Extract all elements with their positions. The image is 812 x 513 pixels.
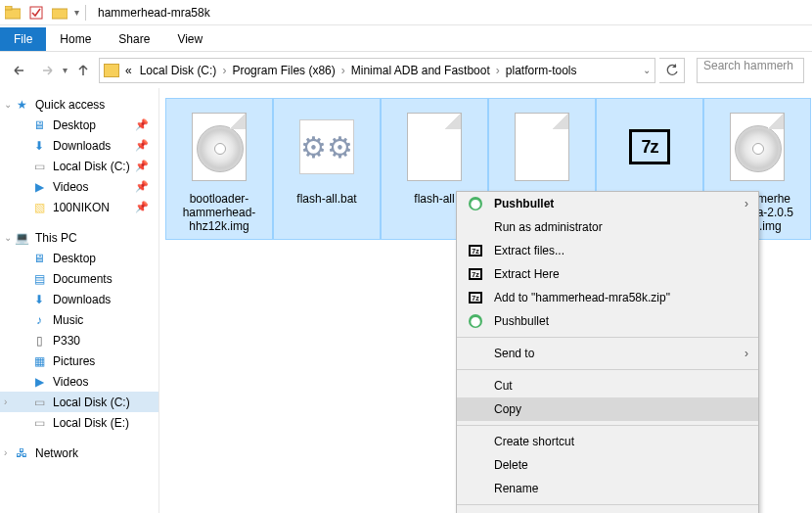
chevron-right-icon[interactable]: › [4,447,7,458]
refresh-button[interactable] [659,58,685,83]
music-icon: ♪ [31,312,47,328]
menu-extract-files[interactable]: 7z Extract files... [457,239,758,262]
menu-add-to[interactable]: 7z Add to "hammerhead-mra58k.zip" [457,286,758,309]
chevron-right-icon[interactable]: › [220,64,228,77]
menu-separator [457,369,758,370]
sidebar-item-desktop[interactable]: 🖥Desktop📌 [0,115,158,135]
menu-copy[interactable]: Copy [457,397,758,421]
menu-run-admin[interactable]: Run as administrator [457,215,758,239]
sidebar-network[interactable]: › 🖧 Network [0,443,158,463]
folder-icon: ▧ [31,200,47,215]
window-title: hammerhead-mra58k [98,6,210,20]
sidebar-item-pictures[interactable]: ▦Pictures [0,350,158,371]
sidebar-item-local-c2[interactable]: ›▭Local Disk (C:) [0,392,158,412]
chevron-right-icon[interactable]: › [4,396,7,407]
chevron-down-icon[interactable]: ⌄ [4,99,12,110]
sidebar-item-videos[interactable]: ▶Videos📌 [0,176,158,197]
svg-rect-1 [5,6,12,10]
navigation-bar: ▾ « Local Disk (C:) › Program Files (x86… [0,51,812,88]
star-icon: ★ [14,97,29,113]
desktop-icon: 🖥 [31,251,47,266]
file-item[interactable]: ⚙⚙ flash-all.bat [273,98,381,240]
breadcrumb-dropdown-icon[interactable]: ⌄ [643,65,651,75]
tab-file[interactable]: File [0,27,46,51]
menu-separator [457,425,758,426]
folder-icon [4,4,22,22]
qat-folder-icon[interactable] [51,4,68,22]
sidebar-item-p330[interactable]: ▯P330 [0,330,158,350]
menu-create-shortcut[interactable]: Create shortcut [457,430,758,453]
menu-extract-here[interactable]: 7z Extract Here [457,262,758,286]
pin-icon: 📌 [135,160,149,172]
tab-view[interactable]: View [163,27,216,51]
sidebar-label: Quick access [35,98,105,112]
drive-icon: ▭ [31,395,47,410]
sidebar-item-100nikon[interactable]: ▧100NIKON📌 [0,197,158,217]
sidebar-item-desktop2[interactable]: 🖥Desktop [0,248,158,268]
navigation-pane: ⌄ ★ Quick access 🖥Desktop📌 ⬇Downloads📌 ▭… [0,88,159,513]
menu-rename[interactable]: Rename [457,477,758,500]
videos-icon: ▶ [31,179,47,195]
7z-icon: 7z [467,292,484,303]
downloads-icon: ⬇ [31,138,47,154]
breadcrumb-part-3[interactable]: platform-tools [502,64,581,77]
tab-share[interactable]: Share [105,27,163,51]
breadcrumb-part-2[interactable]: Minimal ADB and Fastboot [347,64,494,77]
sidebar-item-downloads[interactable]: ⬇Downloads📌 [0,135,158,156]
menu-cut[interactable]: Cut [457,374,758,397]
pin-icon: 📌 [135,201,149,213]
sidebar-item-local-c[interactable]: ▭Local Disk (C:)📌 [0,156,158,176]
sidebar-item-downloads2[interactable]: ⬇Downloads [0,289,158,309]
sidebar-item-local-e[interactable]: ▭Local Disk (E:) [0,412,158,433]
desktop-icon: 🖥 [31,117,47,133]
documents-icon: ▤ [31,271,47,287]
sidebar-item-documents[interactable]: ▤Documents [0,268,158,289]
breadcrumb-prefix[interactable]: « [121,64,136,77]
sidebar-this-pc[interactable]: ⌄ 💻 This PC [0,227,158,248]
breadcrumb[interactable]: « Local Disk (C:) › Program Files (x86) … [99,58,655,83]
file-label: flash-all.bat [296,193,356,207]
chevron-right-icon[interactable]: › [494,64,502,77]
sidebar-item-music[interactable]: ♪Music [0,309,158,330]
file-item[interactable]: bootloader-hammerhead-hhz12k.img [165,98,273,240]
pin-icon: 📌 [135,180,149,193]
pc-icon: 💻 [14,230,29,246]
menu-pushbullet-top[interactable]: ⬤ Pushbullet › [457,192,758,215]
svg-rect-3 [52,9,68,19]
sidebar-quick-access[interactable]: ⌄ ★ Quick access [0,94,158,115]
7z-icon: 7z [629,129,670,164]
pictures-icon: ▦ [31,353,47,369]
qat-dropdown-icon[interactable]: ▾ [74,7,79,18]
chevron-right-icon[interactable]: › [339,64,347,77]
properties-icon[interactable] [27,4,45,22]
chevron-right-icon: › [744,197,748,210]
search-input[interactable]: Search hammerh [697,58,804,83]
menu-properties[interactable]: Properties [457,509,758,513]
menu-delete[interactable]: Delete [457,453,758,477]
breadcrumb-part-0[interactable]: Local Disk (C:) [136,64,221,77]
file-icon [515,113,569,181]
file-label: flash-all [414,193,454,207]
breadcrumb-part-1[interactable]: Program Files (x86) [228,64,338,77]
forward-button[interactable] [35,59,59,82]
menu-send-to[interactable]: Send to › [457,342,758,365]
up-button[interactable] [71,59,95,82]
back-button[interactable] [8,59,31,82]
7z-icon: 7z [467,268,484,280]
chevron-down-icon[interactable]: ⌄ [4,232,12,243]
breadcrumb-folder-icon [104,64,119,77]
sidebar-label: Network [35,446,78,460]
file-icon [407,113,462,181]
chevron-right-icon: › [744,347,748,360]
menu-pushbullet[interactable]: ⬤ Pushbullet [457,309,758,333]
history-dropdown-icon[interactable]: ▾ [63,65,68,75]
ribbon-tabs: File Home Share View [0,25,812,51]
videos-icon: ▶ [31,374,47,390]
sidebar-item-videos2[interactable]: ▶Videos [0,371,158,392]
drive-icon: ▭ [31,159,47,174]
file-label: bootloader-hammerhead-hhz12k.img [170,193,268,233]
tab-home[interactable]: Home [46,27,105,51]
title-bar: ▾ hammerhead-mra58k [0,0,812,25]
menu-separator [457,337,758,338]
sidebar-label: This PC [35,231,77,245]
